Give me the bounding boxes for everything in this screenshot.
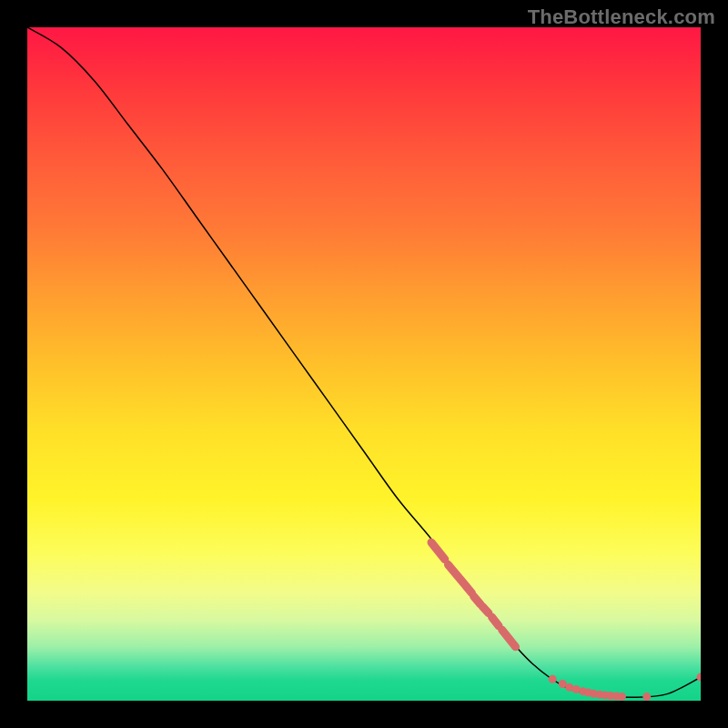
plot-area <box>27 27 701 701</box>
marker-segments <box>431 542 516 647</box>
chart-svg <box>27 27 701 701</box>
marker-dot <box>618 693 626 701</box>
chart-container: TheBottleneck.com <box>0 0 728 728</box>
marker-dash <box>502 630 516 647</box>
marker-dot <box>697 673 702 682</box>
marker-dot <box>549 675 557 683</box>
marker-dash <box>431 542 445 560</box>
marker-dot <box>642 693 651 701</box>
marker-dots <box>549 673 701 701</box>
marker-dash <box>482 606 489 612</box>
marker-dash <box>449 565 472 593</box>
main-curve <box>27 27 701 697</box>
watermark-text: TheBottleneck.com <box>528 5 715 29</box>
marker-dash <box>474 596 480 604</box>
marker-dash <box>492 617 499 626</box>
